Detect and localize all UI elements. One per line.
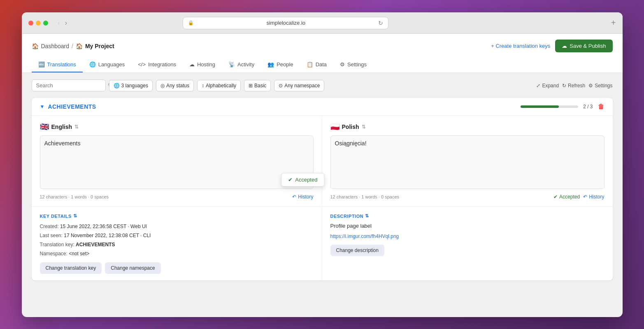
created-value: 15 June 2022, 22:36:58 CEST · Web UI (60, 224, 147, 229)
key-details-label: KEY DETAILS (40, 214, 72, 219)
last-seen-row: Last seen: 17 November 2022, 12:38:08 CE… (40, 232, 314, 239)
english-translation-textarea[interactable]: Achievements (40, 135, 314, 189)
search-input[interactable] (36, 82, 105, 89)
settings-button[interactable]: ⚙ Settings (588, 83, 612, 89)
key-details-title[interactable]: KEY DETAILS ⇅ (40, 213, 314, 219)
polish-lang-header: 🇵🇱 Polish ⇅ (330, 122, 604, 131)
change-description-button[interactable]: Change description (330, 245, 384, 256)
section-right: 2 / 3 🗑 (521, 103, 604, 110)
cloud-nav-icon: ☁ (189, 61, 195, 68)
breadcrumb: 🏠 Dashboard / 🏠 My Project (32, 43, 114, 49)
progress-bar (521, 105, 558, 108)
polish-accepted-badge: ✔ Accepted (553, 194, 580, 200)
expand-button[interactable]: ⤢ Expand (536, 83, 559, 89)
namespace-value: <not set> (69, 251, 89, 257)
tab-settings[interactable]: ⚙ Settings (333, 57, 373, 72)
english-history-button[interactable]: ↶ History (292, 194, 313, 200)
url-bar[interactable]: 🔒 simplelocalize.io ↻ (183, 17, 388, 29)
translation-key-label: Translation key: (40, 242, 74, 247)
view-filter-button[interactable]: ⊞ Basic (244, 80, 271, 91)
main-content: 🔍 🌐 3 languages ◎ Any status ↕ Alphabeti… (22, 73, 623, 287)
create-translation-key-button[interactable]: + Create translation keys (491, 43, 550, 49)
tab-activity[interactable]: 📡 Activity (222, 57, 261, 72)
desc-action-btns: Change description (330, 245, 604, 256)
refresh-icon: ↻ (562, 83, 566, 89)
refresh-button[interactable]: ↻ Refresh (562, 83, 585, 89)
globe-icon: 🌐 (89, 61, 96, 68)
description-label: DESCRIPTION (330, 214, 364, 219)
namespace-filter-label: Any namespace (284, 83, 320, 89)
polish-sort-icon[interactable]: ⇅ (362, 124, 366, 130)
achievements-section: ▼ ACHIEVEMENTS 2 / 3 🗑 🇬🇧 Engl (32, 98, 613, 280)
description-title[interactable]: DESCRIPTION ⇅ (330, 213, 604, 219)
status-filter-button[interactable]: ◎ Any status (156, 80, 194, 91)
english-sort-icon[interactable]: ⇅ (74, 124, 79, 130)
search-box[interactable]: 🔍 (32, 79, 106, 91)
polish-accepted-label: Accepted (559, 194, 580, 200)
tab-translations[interactable]: 🔤 Translations (32, 57, 83, 72)
languages-filter-button[interactable]: 🌐 3 languages (109, 80, 153, 91)
section-title: ACHIEVEMENTS (48, 103, 96, 110)
polish-history-label: History (589, 194, 604, 200)
tab-data-label: Data (316, 61, 327, 68)
tab-integrations[interactable]: </> Integrations (131, 57, 183, 72)
namespace-filter-button[interactable]: ⊙ Any namespace (274, 80, 324, 91)
traffic-lights (28, 21, 48, 26)
tab-hosting[interactable]: ☁ Hosting (183, 57, 222, 72)
english-flag: 🇬🇧 (40, 122, 49, 131)
ab-icon: 🔤 (38, 61, 45, 68)
progress-bar-container (521, 105, 578, 108)
breadcrumb-project[interactable]: My Project (85, 43, 114, 49)
tab-languages[interactable]: 🌐 Languages (83, 57, 131, 72)
expand-icon: ⤢ (536, 83, 540, 89)
namespace-icon: ⊙ (279, 83, 283, 89)
collapse-chevron-icon[interactable]: ▼ (40, 104, 45, 110)
tab-people[interactable]: 👥 People (261, 57, 300, 72)
tab-activity-label: Activity (237, 61, 254, 68)
project-emoji: 🏠 (76, 43, 83, 49)
breadcrumb-dashboard[interactable]: Dashboard (41, 43, 70, 49)
section-header: ▼ ACHIEVEMENTS 2 / 3 🗑 (32, 98, 613, 116)
sort-filter-button[interactable]: ↕ Alphabetically (197, 80, 241, 91)
view-icon: ⊞ (249, 83, 253, 89)
people-icon: 👥 (267, 61, 274, 68)
description-col: DESCRIPTION ⇅ Profile page label https:/… (322, 207, 613, 280)
progress-text: 2 / 3 (583, 104, 593, 110)
breadcrumb-row: 🏠 Dashboard / 🏠 My Project + Create tran… (32, 40, 613, 52)
accepted-popup-label: Accepted (295, 177, 317, 183)
key-action-btns: Change translation key Change namespace (40, 262, 314, 274)
polish-translation-textarea[interactable]: Osiągnięcia! (330, 135, 604, 189)
last-seen-label: Last seen: (40, 233, 63, 238)
lock-icon: 🔒 (188, 20, 194, 26)
minimize-button[interactable] (36, 21, 41, 26)
close-button[interactable] (28, 21, 33, 26)
translation-key-row: Translation key: ACHIEVEMENTS (40, 241, 314, 248)
change-translation-key-button[interactable]: Change translation key (40, 262, 102, 274)
tab-data[interactable]: 📋 Data (300, 57, 333, 72)
created-label: Created: (40, 224, 59, 229)
reload-button[interactable]: ↻ (378, 20, 383, 26)
save-publish-button[interactable]: ☁ Save & Publish (555, 40, 612, 52)
translation-key-value: ACHIEVEMENTS (76, 242, 115, 247)
details-cols: KEY DETAILS ⇅ Created: 15 June 2022, 22:… (32, 206, 613, 280)
settings-label: Settings (595, 83, 612, 89)
status-filter-label: Any status (166, 83, 189, 89)
data-icon: 📋 (307, 61, 313, 68)
description-link[interactable]: https://i.imgur.com/fh4HVql.png (330, 233, 399, 239)
tab-people-label: People (277, 61, 293, 68)
new-tab-button[interactable]: + (611, 18, 616, 28)
forward-button[interactable]: › (63, 18, 69, 28)
tab-integrations-label: Integrations (148, 61, 176, 68)
maximize-button[interactable] (43, 21, 48, 26)
back-button[interactable]: ‹ (56, 18, 62, 28)
home-icon: 🏠 (32, 43, 39, 49)
title-bar: ‹ › 🔒 simplelocalize.io ↻ + (22, 12, 623, 34)
globe-filter-icon: 🌐 (114, 83, 120, 89)
key-details-chevron-icon: ⇅ (73, 213, 77, 219)
change-namespace-button[interactable]: Change namespace (105, 262, 160, 274)
delete-section-button[interactable]: 🗑 (598, 103, 604, 110)
code-icon: </> (138, 61, 146, 68)
settings-icon: ⚙ (588, 83, 593, 89)
gear-icon: ⚙ (340, 61, 345, 68)
polish-history-button[interactable]: ↶ History (583, 194, 604, 200)
